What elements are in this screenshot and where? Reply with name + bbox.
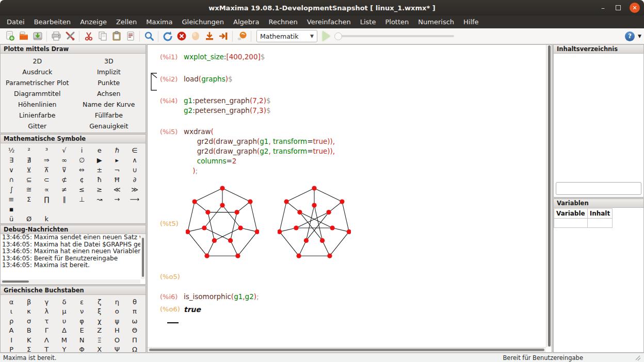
symbol-∞[interactable]: ∞ [55, 155, 73, 165]
symbol-⇔[interactable]: ⇔ [73, 165, 91, 175]
maximize-button[interactable] [616, 5, 621, 10]
symbol-∅[interactable]: ∅ [73, 155, 91, 165]
greek-ο[interactable]: ο [108, 307, 126, 317]
cell-content[interactable]: g1:petersen_graph(7,2)$g2:petersen_graph… [184, 96, 271, 116]
follow-button[interactable] [188, 29, 202, 43]
worksheet-vertical-scrollbar[interactable] [546, 45, 552, 347]
greek-σ[interactable]: σ [20, 316, 38, 326]
input-cell-i1[interactable]: (%i1)wxplot_size:[400,200]$ [160, 52, 546, 62]
debug-vertical-scrollbar[interactable] [141, 235, 145, 279]
greek-ε[interactable]: ε [73, 297, 91, 307]
cell-content[interactable]: load(graphs)$ [184, 74, 233, 84]
image-cell-t5[interactable]: (%t5) [160, 183, 546, 264]
greek-ρ[interactable]: ρ [3, 316, 20, 326]
greek-Α[interactable]: Α [3, 326, 20, 336]
greek-Π[interactable]: Π [126, 335, 143, 345]
output-cell-o6[interactable]: (%o6)true [160, 304, 546, 315]
symbol-∃[interactable]: ∃ [3, 155, 20, 165]
menu-hilfe[interactable]: Hilfe [459, 17, 484, 27]
symbol-⊥[interactable]: ⊥ [73, 194, 91, 204]
greek-Η[interactable]: Η [108, 326, 126, 336]
print-button[interactable] [49, 29, 63, 43]
greek-Δ[interactable]: Δ [55, 326, 73, 336]
greek-δ[interactable]: δ [55, 297, 73, 307]
draw-button-punkte[interactable]: Punkte [73, 77, 145, 88]
draw-button-2d[interactable]: 2D [2, 56, 73, 67]
paste-button[interactable] [109, 29, 123, 43]
symbol-≅[interactable]: ≅ [20, 185, 38, 194]
menu-plotten[interactable]: Plotten [380, 17, 413, 27]
symbol-≤[interactable]: ≤ [73, 185, 91, 194]
menu-gleichungen[interactable]: Gleichungen [177, 17, 229, 27]
symbol-Σ[interactable]: Σ [20, 194, 38, 204]
draw-button-gitter[interactable]: Gitter [2, 121, 73, 131]
draw-button-parametrischer-plot[interactable]: Parametrischer Plot [2, 77, 73, 88]
petersen-graph-2[interactable] [278, 183, 351, 264]
animation-slider[interactable] [334, 32, 454, 40]
draw-button-genauigkeit[interactable]: Genauigkeit [73, 121, 145, 131]
greek-γ[interactable]: γ [38, 297, 55, 307]
symbol-±[interactable]: ± [91, 165, 108, 175]
input-cell-i2[interactable]: (%i2)load(graphs)$ [160, 74, 546, 84]
symbol-∥[interactable]: ∥ [55, 194, 73, 204]
debug-horizontal-scrollbar[interactable] [1, 279, 140, 284]
greek-ν[interactable]: ν [73, 307, 91, 317]
symbol-∨[interactable]: ∨ [3, 165, 20, 175]
symbol-i[interactable]: i [73, 145, 91, 155]
toc-list[interactable] [554, 54, 643, 197]
greek-Ο[interactable]: Ο [108, 335, 126, 345]
menu-numerisch[interactable]: Numerisch [413, 17, 459, 27]
worksheet[interactable]: (%i1)wxplot_size:[400,200]$(%i2)load(gra… [147, 44, 552, 353]
greek-κ[interactable]: κ [20, 307, 38, 317]
symbol-≥[interactable]: ≥ [91, 185, 108, 194]
symbol-▶[interactable]: ▶ [91, 155, 108, 165]
variables-row[interactable] [554, 219, 613, 228]
greek-Λ[interactable]: Λ [38, 335, 55, 345]
symbol-¬[interactable]: ¬ [108, 165, 126, 175]
interrupt-button[interactable] [174, 29, 188, 43]
new-document-button[interactable] [3, 29, 17, 43]
symbol-⊻[interactable]: ⊻ [20, 165, 38, 175]
restart-maxima-button[interactable] [160, 29, 174, 43]
symbol-Ħ[interactable]: Ħ [108, 175, 126, 185]
greek-τ[interactable]: τ [38, 316, 55, 326]
symbol-ü[interactable]: ü [3, 214, 20, 224]
cell-content[interactable] [186, 183, 351, 264]
menu-rechnen[interactable]: Rechnen [264, 17, 302, 27]
greek-ι[interactable]: ι [3, 307, 20, 317]
menu-bearbeiten[interactable]: Bearbeiten [29, 17, 75, 27]
variables-table[interactable]: Variable Inhalt [554, 208, 613, 228]
greek-υ[interactable]: υ [55, 316, 73, 326]
cell-content[interactable]: wxplot_size:[400,200]$ [184, 52, 265, 62]
menu-vereinfachen[interactable]: Vereinfachen [302, 17, 356, 27]
find-button[interactable] [142, 29, 156, 43]
cell-content[interactable]: wxdraw( gr2d(draw_graph(g1, transform=tr… [184, 127, 335, 176]
draw-button-implizit[interactable]: Implizit [73, 67, 145, 77]
symbol-k[interactable]: k [38, 214, 55, 224]
greek-χ[interactable]: χ [91, 316, 108, 326]
symbol-½[interactable]: ½ [3, 145, 20, 155]
symbol-≠[interactable]: ≠ [55, 185, 73, 194]
greek-ψ[interactable]: ψ [108, 316, 126, 326]
symbol-▪[interactable]: ▪ [3, 204, 20, 214]
preferences-button[interactable] [63, 29, 77, 43]
menu-algebra[interactable]: Algebra [229, 17, 264, 27]
draw-button-linienfarbe[interactable]: Linienfarbe [2, 110, 73, 121]
menu-datei[interactable]: Datei [2, 17, 29, 27]
greek-Κ[interactable]: Κ [20, 335, 38, 345]
greek-ξ[interactable]: ξ [91, 307, 108, 317]
greek-Θ[interactable]: Θ [126, 326, 143, 336]
clean-memory-button[interactable] [235, 29, 249, 43]
cell-content[interactable]: is_isomorphic(g1,g2); [184, 292, 259, 302]
symbol-ħ[interactable]: ħ [91, 175, 108, 185]
symbol-∫[interactable]: ∫ [3, 185, 20, 194]
draw-button-3d[interactable]: 3D [73, 56, 145, 67]
greek-Ι[interactable]: Ι [3, 335, 20, 345]
symbol-∩[interactable]: ∩ [3, 175, 20, 185]
greek-Ζ[interactable]: Ζ [91, 326, 108, 336]
greek-μ[interactable]: μ [55, 307, 73, 317]
greek-β[interactable]: β [20, 297, 38, 307]
menu-liste[interactable]: Liste [356, 17, 381, 27]
draw-button-diagrammtitel[interactable]: Diagrammtitel [2, 88, 73, 99]
greek-Β[interactable]: Β [20, 326, 38, 336]
